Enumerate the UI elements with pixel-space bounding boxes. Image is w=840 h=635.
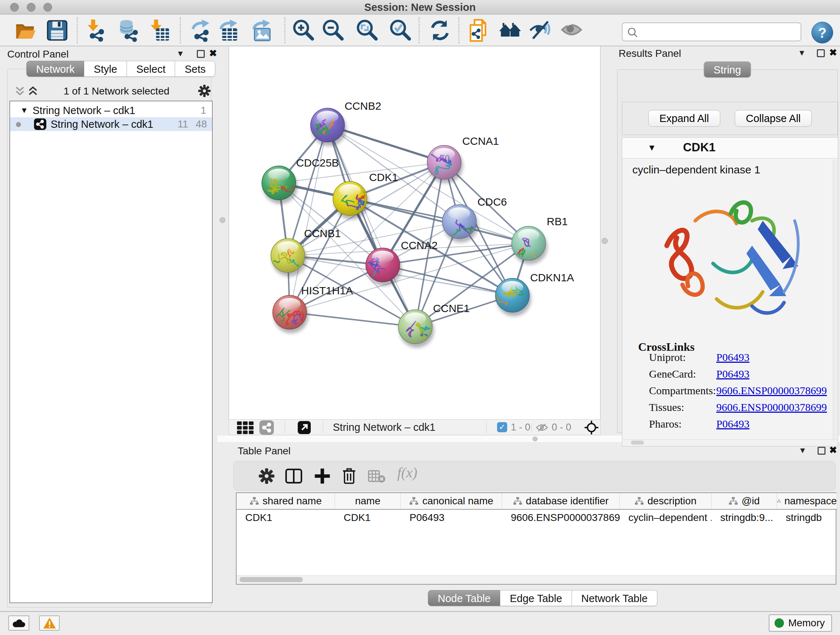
export-image-icon[interactable] <box>250 19 273 42</box>
network-share-view-icon[interactable] <box>259 420 274 435</box>
panel-float-icon[interactable] <box>818 447 826 455</box>
scrollbar-thumb[interactable] <box>240 577 303 582</box>
hidden-eye-icon[interactable] <box>536 423 548 432</box>
memory-button[interactable]: Memory <box>769 614 832 632</box>
crosslink-link[interactable]: 9606.ENSP00000378699 <box>716 385 827 397</box>
crosslink-link[interactable]: P06493 <box>716 368 750 380</box>
import-network-database-icon[interactable] <box>118 19 141 42</box>
gene-header[interactable]: ▼ CDK1 <box>622 138 838 158</box>
help-icon[interactable]: ? <box>812 22 833 43</box>
save-session-icon[interactable] <box>46 19 69 42</box>
column-header-database-identifier[interactable]: database identifier <box>502 493 620 510</box>
grid-view-icon[interactable] <box>237 421 254 434</box>
column-header-canonical-name[interactable]: canonical name <box>401 493 502 510</box>
export-network-icon[interactable] <box>189 19 213 42</box>
column-header-shared-name[interactable]: shared name <box>237 493 335 510</box>
cloud-status-icon[interactable] <box>8 616 29 631</box>
import-table-file-icon[interactable] <box>147 19 171 42</box>
column-header-name[interactable]: name <box>335 493 401 510</box>
table-cell[interactable]: CDK1 <box>237 510 335 526</box>
table-cell[interactable]: stringdb <box>777 510 837 526</box>
column-header--id[interactable]: @id <box>712 493 777 510</box>
delete-column-icon[interactable] <box>340 467 358 485</box>
add-column-icon[interactable] <box>314 467 331 485</box>
crosslink-link[interactable]: 9606.ENSP00000378699 <box>716 401 827 413</box>
birdseye-view-icon[interactable] <box>298 421 311 434</box>
panel-collapse-icon[interactable]: ▾ <box>799 47 804 58</box>
zoom-out-icon[interactable] <box>321 19 344 42</box>
tree-expand-icon[interactable]: ▼ <box>20 103 28 117</box>
crosslink-link[interactable]: P06493 <box>716 418 750 430</box>
search-input[interactable] <box>641 24 797 40</box>
zoom-selected-icon[interactable] <box>388 19 412 42</box>
hide-selected-icon[interactable] <box>529 19 552 42</box>
refresh-layout-icon[interactable] <box>428 19 452 42</box>
tab-network-table[interactable]: Network Table <box>572 590 657 606</box>
warning-icon[interactable] <box>39 616 60 631</box>
zoom-in-icon[interactable] <box>292 19 315 42</box>
gene-expand-icon[interactable]: ▼ <box>647 143 656 153</box>
tab-select[interactable]: Select <box>126 61 175 77</box>
network-node-CCNB2[interactable] <box>311 108 347 146</box>
panel-float-icon[interactable] <box>197 50 205 58</box>
table-row[interactable]: CDK1CDK1P064939606.ENSP00000378699cyclin… <box>237 510 836 526</box>
crosshair-icon[interactable] <box>584 420 599 435</box>
export-table-icon[interactable] <box>218 19 240 42</box>
show-hidden-icon[interactable] <box>560 19 583 42</box>
collapse-all-button[interactable]: Collapse All <box>735 110 812 127</box>
zoom-fit-icon[interactable] <box>355 19 378 42</box>
column-header-description[interactable]: description <box>620 493 712 510</box>
network-collection-row[interactable]: ▼ String Network – cdk1 1 <box>10 103 212 117</box>
column-header-namespace[interactable]: namespace <box>777 493 837 510</box>
network-row-selected[interactable]: String Network – cdk1 11 48 <box>10 117 212 131</box>
table-cell[interactable]: stringdb:9... <box>712 510 777 526</box>
network-graph[interactable]: CCNB2CCNA1CDC25BCDK1CDC6RB1CCNB1CCNA2CDK… <box>229 46 600 419</box>
network-edge[interactable] <box>327 125 415 327</box>
network-node-CCNA1[interactable] <box>427 145 463 183</box>
network-node-CCNB1[interactable] <box>265 239 306 278</box>
crosslink-label: Pharos: <box>649 418 682 430</box>
collapse-all-networks-icon[interactable] <box>14 86 25 96</box>
show-columns-icon[interactable] <box>285 467 302 485</box>
panel-close-icon[interactable]: ✖ <box>209 48 217 59</box>
show-all-networks-icon[interactable] <box>499 19 522 42</box>
selected-checkbox-icon[interactable]: ✓ <box>497 422 507 432</box>
network-edge[interactable] <box>290 312 415 327</box>
vertical-splitter-handle[interactable] <box>602 238 608 244</box>
panel-collapse-icon[interactable]: ▾ <box>800 445 805 456</box>
open-session-icon[interactable] <box>14 19 37 42</box>
network-options-gear-icon[interactable] <box>197 84 211 98</box>
tab-style[interactable]: Style <box>84 61 126 77</box>
network-node-CCNE1[interactable] <box>398 310 434 348</box>
expand-all-networks-icon[interactable] <box>27 86 38 96</box>
expand-all-button[interactable]: Expand All <box>648 110 720 127</box>
duplicate-network-icon[interactable] <box>468 19 491 42</box>
search-icon <box>627 27 638 38</box>
network-node-CCNA2[interactable] <box>362 248 401 286</box>
network-node-RB1[interactable] <box>509 226 548 269</box>
tab-sets[interactable]: Sets <box>175 61 215 77</box>
panel-close-icon[interactable]: ✖ <box>829 445 837 456</box>
crosslink-link[interactable]: P06493 <box>716 351 750 363</box>
network-node-HIST1H1A[interactable] <box>273 295 309 333</box>
tab-string[interactable]: String <box>704 62 751 78</box>
table-cell[interactable]: 9606.ENSP00000378699 <box>502 510 620 526</box>
tab-network[interactable]: Network <box>27 61 84 77</box>
table-settings-gear-icon[interactable] <box>258 467 275 485</box>
horizontal-splitter-handle[interactable] <box>532 437 538 441</box>
table-horizontal-scrollbar[interactable] <box>237 575 836 584</box>
vertical-splitter-handle[interactable] <box>219 217 225 223</box>
panel-collapse-icon[interactable]: ▾ <box>178 48 183 59</box>
results-vertical-scrollbar[interactable] <box>833 160 837 442</box>
tab-node-table[interactable]: Node Table <box>428 590 500 606</box>
tab-edge-table[interactable]: Edge Table <box>500 590 572 606</box>
table-cell[interactable]: cyclin–dependent ... <box>620 510 712 526</box>
network-canvas[interactable]: CCNB2CCNA1CDC25BCDK1CDC6RB1CCNB1CCNA2CDK… <box>229 46 600 419</box>
network-node-CDC25B[interactable] <box>262 166 300 204</box>
import-network-file-icon[interactable] <box>84 19 107 42</box>
panel-close-icon[interactable]: ✖ <box>829 47 837 58</box>
table-cell[interactable]: CDK1 <box>335 510 401 526</box>
network-node-CDK1[interactable] <box>333 181 371 219</box>
panel-float-icon[interactable] <box>817 49 825 57</box>
table-cell[interactable]: P06493 <box>401 510 502 526</box>
